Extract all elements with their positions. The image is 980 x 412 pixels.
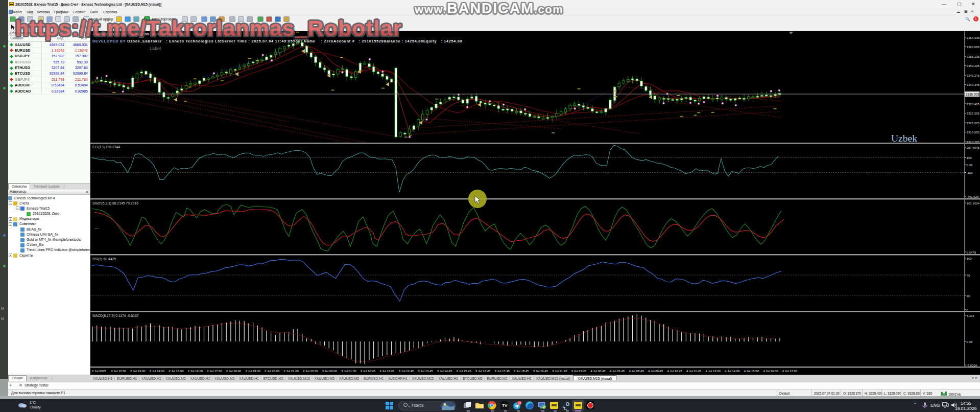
svg-text:4 Jul 14:00: 4 Jul 14:00 — [725, 370, 740, 373]
svg-text:3 Jul 01:00: 3 Jul 01:00 — [341, 370, 356, 373]
svg-text:4 Jul 15:00: 4 Jul 15:00 — [744, 370, 759, 373]
svg-text:2 Jul 15:00: 2 Jul 15:00 — [169, 370, 184, 373]
svg-text:3 Jul 16:45: 3 Jul 16:45 — [475, 370, 491, 373]
svg-text:100: 100 — [967, 156, 972, 159]
svg-text:3340.345: 3340.345 — [967, 83, 980, 86]
svg-text:2 Jul 17:00: 2 Jul 17:00 — [207, 370, 222, 373]
svg-text:2 Jul 20:00: 2 Jul 20:00 — [265, 370, 280, 373]
svg-text:-100: -100 — [967, 171, 973, 174]
svg-text:MACD(8,17,9) 0.1174 -0.5167: MACD(8,17,9) 0.1174 -0.5167 — [92, 314, 139, 318]
svg-text:2 Jul 18:00: 2 Jul 18:00 — [226, 370, 242, 373]
svg-text:RSI(9) 60.4425: RSI(9) 60.4425 — [92, 257, 116, 261]
svg-text:3355.135: 3355.135 — [967, 55, 980, 58]
svg-text:3 Jul 12:45: 3 Jul 12:45 — [399, 370, 414, 373]
svg-text:-7.0024: -7.0024 — [967, 363, 977, 367]
svg-text:3 Jul 15:45: 3 Jul 15:45 — [456, 370, 471, 373]
svg-text:30: 30 — [967, 294, 970, 297]
svg-text:3350.205: 3350.205 — [967, 64, 980, 67]
svg-text:3 Jul 17:45: 3 Jul 17:45 — [495, 370, 510, 373]
svg-text:66: 66 — [518, 402, 521, 405]
svg-text:3 Jul 14:45: 3 Jul 14:45 — [437, 370, 452, 373]
svg-text:TV: TV — [502, 403, 508, 408]
svg-text:2 Jul 16:00: 2 Jul 16:00 — [188, 370, 203, 373]
svg-text:3330.485: 3330.485 — [967, 102, 980, 106]
svg-text:0.6478: 0.6478 — [967, 250, 976, 254]
svg-text:3336.003: 3336.003 — [966, 93, 979, 96]
svg-text:4 Jul 00:45: 4 Jul 00:45 — [590, 370, 606, 373]
svg-text:2 Jul 19:00: 2 Jul 19:00 — [245, 370, 260, 373]
svg-text:Label: Label — [150, 46, 161, 51]
svg-text:4 Jul 01:45: 4 Jul 01:45 — [610, 370, 625, 373]
svg-text:4 Jul 09:45: 4 Jul 09:45 — [648, 370, 663, 373]
svg-text:3 Jul 00:00: 3 Jul 00:00 — [322, 370, 338, 373]
svg-text:101.1024: 101.1024 — [967, 201, 980, 205]
svg-text:Uzbek: Uzbek — [891, 133, 917, 144]
svg-text:0.08: 0.08 — [967, 163, 973, 167]
svg-text:287.4045: 287.4045 — [967, 146, 980, 149]
svg-text:4 Jul 11:45: 4 Jul 11:45 — [686, 370, 702, 373]
svg-text:3360.065: 3360.065 — [967, 45, 980, 49]
svg-text:3 Jul 19:45: 3 Jul 19:45 — [533, 370, 548, 373]
svg-text:3320.625: 3320.625 — [967, 121, 980, 125]
svg-text:2 Jul 2025: 2 Jul 2025 — [92, 370, 106, 373]
svg-text:3 Jul 21:45: 3 Jul 21:45 — [552, 370, 567, 373]
svg-text:2 Jul 13:00: 2 Jul 13:00 — [130, 370, 146, 373]
svg-text:3325.555: 3325.555 — [967, 111, 980, 115]
svg-text:CCI(13) 198.0344: CCI(13) 198.0344 — [92, 145, 120, 149]
svg-text:4 Jul 10:45: 4 Jul 10:45 — [667, 370, 683, 373]
svg-text:4 Jul 08:45: 4 Jul 08:45 — [629, 370, 644, 373]
svg-text:3 Jul 10:45: 3 Jul 10:45 — [361, 370, 376, 373]
svg-text:3345.275: 3345.275 — [967, 74, 980, 77]
svg-text:70: 70 — [967, 273, 970, 277]
svg-text:3 Jul 11:45: 3 Jul 11:45 — [379, 370, 395, 373]
svg-text:2 Jul 12:00: 2 Jul 12:00 — [111, 370, 127, 373]
svg-text:4 Jul 13:00: 4 Jul 13:00 — [706, 370, 721, 373]
svg-text:2 Jul 21:00: 2 Jul 21:00 — [284, 370, 299, 373]
svg-text:4 Jul 17:00: 4 Jul 17:00 — [782, 370, 798, 373]
svg-text:Stoch(5,3,3) 88.2145 79.2316: Stoch(5,3,3) 88.2145 79.2316 — [92, 201, 138, 205]
svg-text:3364.995: 3364.995 — [967, 36, 980, 39]
svg-text:100: 100 — [967, 257, 972, 260]
svg-text:3 Jul 18:45: 3 Jul 18:45 — [514, 370, 529, 373]
svg-text:3 Jul 23:45: 3 Jul 23:45 — [571, 370, 587, 373]
svg-text:3 Jul 13:45: 3 Jul 13:45 — [418, 370, 433, 373]
svg-text:2 Jul 23:00: 2 Jul 23:00 — [303, 370, 318, 373]
svg-text:-461.626: -461.626 — [967, 195, 979, 198]
svg-text:0.08: 0.08 — [967, 340, 973, 344]
svg-text:4.324: 4.324 — [967, 314, 975, 317]
svg-text:3310.765: 3310.765 — [967, 140, 980, 144]
svg-text:3315.695: 3315.695 — [967, 130, 980, 134]
svg-text:2 Jul 14:00: 2 Jul 14:00 — [150, 370, 165, 373]
svg-text:4 Jul 16:00: 4 Jul 16:00 — [763, 370, 778, 373]
